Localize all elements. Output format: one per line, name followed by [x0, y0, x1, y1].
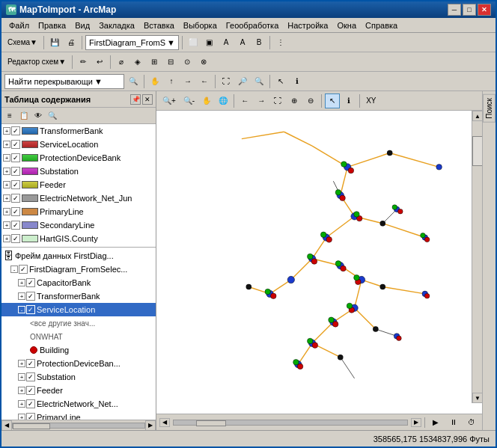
checkbox-primaryline[interactable]: ✓ [11, 207, 20, 216]
select-btn[interactable]: ↖ [325, 93, 340, 108]
checkbox-feeder[interactable]: ✓ [11, 180, 20, 189]
tb-edit4[interactable]: ◈ [130, 55, 145, 70]
tb-font2[interactable]: A [235, 35, 250, 50]
toc-vis-view[interactable]: 👁 [31, 109, 45, 123]
toc-search-view[interactable]: 🔍 [46, 109, 59, 123]
tb-misc[interactable]: ⋮ [273, 35, 288, 50]
toc-protectiondevicebank2[interactable]: + ✓ ProtectionDeviceBan... [1, 357, 156, 370]
play-btn[interactable]: ▶ [428, 415, 443, 430]
expand-icon[interactable]: + [18, 292, 25, 300]
schema-dropdown[interactable]: Схема▼ [4, 35, 40, 50]
toc-feeder2[interactable]: + ✓ Feeder [1, 384, 156, 397]
menu-bookmark[interactable]: Закладка [94, 19, 139, 31]
toc-transformerbank2[interactable]: + ✓ TransformerBank [1, 289, 156, 303]
vscroll-down[interactable]: ▼ [472, 393, 482, 403]
tb-arrow3[interactable]: ← [197, 74, 212, 89]
toc-building[interactable]: Building [1, 343, 156, 357]
checkbox-primaryline2[interactable]: ✓ [26, 413, 35, 420]
tb-select[interactable]: ⬜ [186, 35, 201, 50]
minimize-button[interactable]: ─ [448, 4, 461, 16]
toc-close-btn[interactable]: ✕ [142, 94, 153, 105]
menu-file[interactable]: Файл [4, 19, 34, 31]
expand-icon[interactable]: + [3, 154, 10, 162]
find-dropdown[interactable]: Найти перекрывающи▼ [4, 74, 124, 89]
toc-primaryline2[interactable]: + ✓ PrimaryLine [1, 411, 156, 420]
checkbox-substation2[interactable]: ✓ [26, 372, 35, 381]
hscroll-right[interactable]: ▶ [411, 418, 421, 427]
identify-btn[interactable]: ℹ [341, 93, 356, 108]
hscroll-thumb[interactable] [196, 420, 226, 426]
toc-substation2[interactable]: + ✓ Substation [1, 370, 156, 384]
expand-icon[interactable]: + [18, 387, 25, 394]
checkbox-secondaryline[interactable]: ✓ [11, 221, 20, 230]
toc-layer-electricnetwork[interactable]: + ✓ ElectricNetwork_Net_Jun [1, 191, 156, 205]
tb-find[interactable]: 🔍 [126, 74, 141, 89]
scroll-left-btn[interactable]: ◀ [1, 420, 12, 431]
expand-icon[interactable]: + [18, 360, 25, 367]
tb-zoom-out[interactable]: 🔍 [251, 74, 266, 89]
checkbox-protectiondevicebank[interactable]: ✓ [11, 153, 20, 162]
expand-icon[interactable]: - [18, 306, 25, 313]
tb-print[interactable]: 🖨 [64, 35, 79, 50]
expand-icon[interactable]: + [3, 221, 10, 229]
tb-arrow2[interactable]: → [180, 74, 195, 89]
expand-icon[interactable]: - [10, 266, 18, 273]
menu-selection[interactable]: Выборка [179, 19, 222, 31]
globe-btn[interactable]: 🌐 [216, 93, 231, 108]
pause-btn[interactable]: ⏸ [446, 415, 461, 430]
tb-edit2[interactable]: ↩ [92, 55, 107, 70]
vscroll-up[interactable]: ▲ [472, 111, 482, 121]
fixed-zoom-out[interactable]: ⊖ [303, 93, 318, 108]
toc-firstdiagram[interactable]: - ✓ FirstDiagram_FromSelec... [1, 263, 156, 276]
tb-font3[interactable]: B [251, 35, 266, 50]
tb-edit5[interactable]: ⊞ [147, 55, 162, 70]
checkbox-protectiondevicebank2[interactable]: ✓ [26, 359, 35, 368]
toc-layer-secondaryline[interactable]: + ✓ SecondaryLine [1, 218, 156, 232]
toc-scrollbar-h[interactable]: ◀ ▶ [1, 420, 156, 430]
vscroll-thumb[interactable] [472, 136, 482, 166]
toc-pin[interactable]: 📌 [130, 94, 141, 105]
checkbox-feeder2[interactable]: ✓ [26, 386, 35, 395]
expand-icon[interactable]: + [3, 127, 10, 135]
checkbox-capacitorbank[interactable]: ✓ [26, 278, 35, 287]
checkbox-hartgis[interactable]: ✓ [11, 234, 20, 243]
tb-info[interactable]: ℹ [290, 74, 305, 89]
tb-zoom-in[interactable]: 🔎 [235, 74, 250, 89]
toc-source-view[interactable]: 📋 [17, 109, 31, 123]
checkbox-transformerbank[interactable]: ✓ [11, 126, 20, 135]
toc-layer-primaryline[interactable]: + ✓ PrimaryLine [1, 205, 156, 218]
tb-save[interactable]: 💾 [47, 35, 62, 50]
menu-help[interactable]: Справка [361, 19, 402, 31]
toc-electricnetwork2[interactable]: + ✓ ElectricNetwork_Net... [1, 397, 156, 411]
diagram-dropdown[interactable]: FirstDiagram_FromS▼ [85, 35, 179, 50]
search-tab[interactable]: Поиск [483, 94, 496, 123]
zoom-out-btn[interactable]: 🔍- [180, 93, 198, 108]
toc-frame-group[interactable]: 🗄 Фрейм данных FirstDiag... [1, 249, 156, 263]
maximize-button[interactable]: □ [463, 4, 476, 16]
toc-layer-servicelocation[interactable]: + ✓ ServiceLocation [1, 138, 156, 151]
toc-layer-feeder[interactable]: + ✓ Feeder [1, 178, 156, 191]
tb-edit1[interactable]: ✏ [76, 55, 91, 70]
checkbox-electricnetwork[interactable]: ✓ [11, 194, 20, 203]
zoom-in-btn[interactable]: 🔍+ [159, 93, 179, 108]
toc-layer-hartgis[interactable]: + ✓ HartGIS.County [1, 232, 156, 245]
checkbox-electricnetwork2[interactable]: ✓ [26, 399, 35, 408]
toc-list-view[interactable]: ≡ [3, 109, 16, 123]
tb-edit7[interactable]: ⊙ [180, 55, 195, 70]
checkbox-transformerbank2[interactable]: ✓ [26, 292, 35, 301]
checkbox-firstdiagram[interactable]: ✓ [19, 265, 28, 274]
next-extent[interactable]: → [254, 93, 269, 108]
toc-scroll-thumb[interactable] [13, 423, 50, 429]
toc-layer-transformerbank[interactable]: + ✓ TransformerBank [1, 124, 156, 138]
expand-icon[interactable]: + [3, 141, 10, 148]
expand-icon[interactable]: + [3, 208, 10, 215]
toc-layer-substation[interactable]: + ✓ Substation [1, 165, 156, 178]
hscroll-left[interactable]: ◀ [159, 418, 170, 427]
hscroll-track[interactable] [173, 420, 408, 426]
expand-icon[interactable]: + [3, 235, 10, 242]
expand-icon[interactable]: + [3, 181, 10, 188]
tb-zoom-ext[interactable]: ⛶ [219, 74, 234, 89]
expand-icon[interactable]: + [18, 373, 25, 381]
vscroll-track[interactable] [472, 121, 482, 393]
pan-btn[interactable]: ✋ [199, 93, 214, 108]
